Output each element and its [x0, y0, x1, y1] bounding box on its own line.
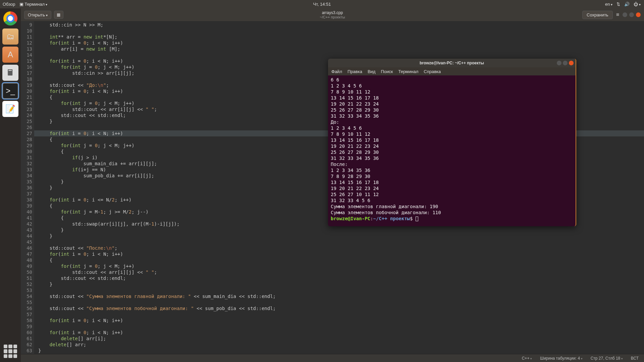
terminal-output-line: 7 8 9 10 11 12 [331, 131, 573, 137]
code-line[interactable]: delete[] arr; [38, 342, 644, 348]
terminal-output-line: 13 14 15 16 17 18 [331, 95, 573, 101]
status-bar: C++ Ширина табуляции: 4 Стр 27, Стлб 18 … [21, 354, 644, 362]
terminal-menu-item[interactable]: Вид [368, 69, 376, 74]
network-icon[interactable]: ⇅ [616, 2, 620, 7]
terminal-maximize-button[interactable] [563, 61, 568, 65]
code-line[interactable]: } [38, 348, 644, 354]
top-panel: Обзор ▣ Терминал Чт, 14:51 en ⇅ 🔊 ⏻ [0, 0, 644, 8]
terminal-minimize-button[interactable] [557, 61, 561, 65]
code-line[interactable]: std::cout << "Сумма элементов побочной д… [38, 305, 644, 311]
editor-filepath: ~/C++ проекты [320, 15, 345, 19]
terminal-prompt[interactable]: browze@Ivan-PC:~/C++ проекты$ [331, 216, 573, 222]
dock-text-editor-icon[interactable]: 📝 [2, 101, 18, 117]
status-tabwidth[interactable]: Ширина табуляции: 4 [540, 356, 583, 361]
app-menu[interactable]: ▣ Терминал [19, 2, 47, 7]
code-line[interactable] [38, 287, 644, 293]
terminal-output-line: 25 26 27 28 29 30 [331, 107, 573, 113]
app-menu-label: Терминал [24, 2, 45, 7]
terminal-menu-item[interactable]: Справка [424, 69, 441, 74]
terminal-output-line: 31 32 33 34 35 36 [331, 113, 573, 119]
code-line[interactable] [38, 28, 644, 34]
language-indicator[interactable]: en [605, 2, 612, 7]
terminal-menu-item[interactable]: Поиск [381, 69, 393, 74]
terminal-output-line: 1 2 3 34 35 36 [331, 167, 573, 173]
terminal-body[interactable]: 6 61 2 3 4 5 67 8 9 10 11 1213 14 15 16 … [328, 75, 576, 226]
terminal-output-line: 19 20 21 22 23 24 [331, 185, 573, 191]
terminal-menu-item[interactable]: Терминал [398, 69, 418, 74]
code-line[interactable] [38, 311, 644, 317]
terminal-output-line: После: [331, 161, 573, 167]
status-position[interactable]: Стр 27, Стлб 18 [591, 356, 623, 361]
code-line[interactable]: int** arr = new int*[N]; [38, 34, 644, 40]
terminal-titlebar[interactable]: browze@Ivan-PC: ~/C++ проекты [328, 59, 576, 67]
code-line[interactable]: delete[] arr[i]; [38, 336, 644, 342]
minimize-button[interactable] [623, 12, 627, 17]
terminal-output-line: Сумма элементов главной диагонали: 190 [331, 203, 573, 209]
code-line[interactable]: std::cout << "Сумма элементов главной ди… [38, 293, 644, 299]
clock[interactable]: Чт, 14:51 [313, 2, 331, 7]
dock-calculator-icon[interactable]: 🖩 [2, 65, 18, 81]
code-line[interactable]: } [38, 233, 644, 239]
dock-files-icon[interactable]: 🗂 [2, 28, 18, 45]
code-line[interactable]: for(int i = 0; i < N; i++) [38, 317, 644, 323]
editor-filename: arrays3.cpp [320, 10, 345, 15]
hamburger-menu-icon[interactable]: ≡ [616, 12, 619, 18]
code-line[interactable]: std::cout << arr[i][j] << " "; [38, 269, 644, 275]
status-language[interactable]: C++ [522, 356, 532, 361]
terminal-output-line: Сумма элементов побочной диагонали: 110 [331, 209, 573, 216]
code-line[interactable]: std::cin >> N >> M; [38, 22, 644, 28]
volume-icon[interactable]: 🔊 [624, 2, 630, 7]
terminal-output-line: 25 26 27 10 11 12 [331, 191, 573, 197]
new-tab-button[interactable]: ▦ [54, 11, 63, 19]
code-line[interactable]: for(int j = 0; j < M; j++) [38, 263, 644, 269]
status-insert-mode[interactable]: ВСТ [631, 356, 639, 361]
code-line[interactable] [38, 299, 644, 305]
code-line[interactable]: arr[i] = new int [M]; [38, 46, 644, 52]
dock-terminal-icon[interactable]: >_ [2, 83, 18, 99]
code-line[interactable] [38, 52, 644, 58]
terminal-output-line: 31 32 33 4 5 6 [331, 197, 573, 203]
line-number-gutter: 9101112131415161718192021222324252627282… [21, 21, 34, 354]
code-line[interactable]: } [38, 227, 644, 233]
terminal-output-line: 13 14 15 16 17 18 [331, 179, 573, 185]
terminal-menu-item[interactable]: Правка [347, 69, 362, 74]
terminal-title: browze@Ivan-PC: ~/C++ проекты [420, 61, 484, 65]
code-line[interactable]: for(int i = 0; i < N; i++) [38, 329, 644, 336]
terminal-menu-item[interactable]: Файл [331, 69, 342, 74]
maximize-button[interactable] [629, 12, 634, 17]
terminal-output-line: 7 8 9 28 29 30 [331, 173, 573, 179]
code-line[interactable] [38, 323, 644, 329]
code-line[interactable]: std::cout << "После:\n"; [38, 245, 644, 251]
dock: 🗂 A 🖩 >_ 📝 [0, 8, 21, 362]
show-applications-icon[interactable] [4, 345, 17, 358]
code-line[interactable] [38, 239, 644, 245]
terminal-output-line: 25 26 27 28 29 30 [331, 149, 573, 155]
open-button[interactable]: Открыть [24, 11, 51, 19]
terminal-menubar: ФайлПравкаВидПоискТерминалСправка [328, 67, 576, 75]
terminal-window: browze@Ivan-PC: ~/C++ проекты ФайлПравка… [328, 59, 576, 226]
terminal-output-line: 19 20 21 22 23 24 [331, 101, 573, 107]
terminal-output-line: 1 2 3 4 5 6 [331, 83, 573, 89]
terminal-output-line: 13 14 15 16 17 18 [331, 137, 573, 143]
dock-chrome-icon[interactable] [3, 11, 17, 25]
terminal-output-line: 1 2 3 4 5 6 [331, 125, 573, 131]
activities-button[interactable]: Обзор [3, 2, 15, 7]
code-line[interactable]: { [38, 257, 644, 263]
code-line[interactable]: for(int i = 0; i < N; i++) [38, 40, 644, 46]
editor-header: Открыть ▦ arrays3.cpp ~/C++ проекты Сохр… [21, 8, 644, 21]
terminal-output-line: 6 6 [331, 77, 573, 83]
save-button[interactable]: Сохранить [582, 11, 613, 19]
terminal-output-line: 31 32 33 34 35 36 [331, 155, 573, 161]
terminal-output-line: До: [331, 119, 573, 125]
power-icon[interactable]: ⏻ [634, 2, 641, 7]
terminal-close-button[interactable] [569, 61, 574, 65]
code-line[interactable]: for(int i = 0; i < N; i++) [38, 251, 644, 257]
close-button[interactable] [636, 12, 641, 17]
dock-software-icon[interactable]: A [2, 47, 18, 63]
terminal-output-line: 19 20 21 22 23 24 [331, 143, 573, 149]
editor-title: arrays3.cpp ~/C++ проекты [320, 10, 345, 19]
terminal-output-line: 7 8 9 10 11 12 [331, 89, 573, 95]
code-line[interactable]: } [38, 281, 644, 287]
code-line[interactable]: std::cout << std::endl; [38, 275, 644, 281]
